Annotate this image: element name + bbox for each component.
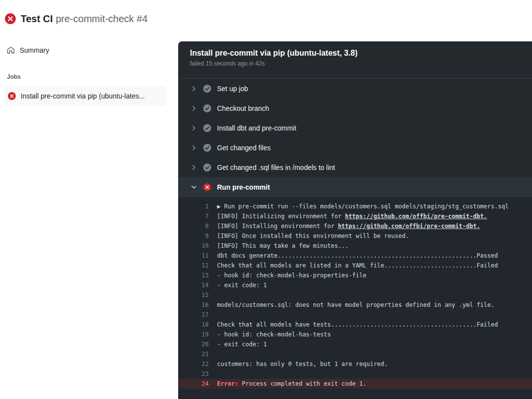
home-icon: [7, 46, 15, 54]
log-line-number[interactable]: 24: [178, 379, 209, 389]
step-row[interactable]: Install dbt and pre-commit: [178, 118, 532, 138]
chevron-right-icon: [190, 144, 198, 152]
log-line: 7[INFO] Initializing environment for htt…: [178, 211, 532, 221]
log-text-segment: - hook id: check-model-has-properties-fi…: [217, 272, 366, 279]
log-line-number[interactable]: 19: [178, 330, 209, 339]
log-line-number[interactable]: 10: [178, 241, 209, 251]
chevron-right-icon: [190, 85, 198, 93]
log-text-segment: [INFO] Once installed this environment w…: [217, 233, 409, 239]
jobs-section-heading: Jobs: [4, 73, 166, 80]
step-row[interactable]: Checkout branch: [178, 99, 532, 118]
sidebar-item-summary[interactable]: Summary: [4, 42, 166, 58]
log-line: 18Check that all models have tests......…: [178, 320, 532, 330]
step-label: Install dbt and pre-commit: [217, 124, 296, 132]
step-label: Set up job: [217, 85, 248, 93]
log-line-text: - hook id: check-model-has-tests: [217, 330, 331, 339]
chevron-right-icon: [190, 164, 198, 171]
step-row[interactable]: Get changed files: [178, 138, 532, 158]
log-line: 21: [178, 349, 532, 359]
check-circle-icon: [203, 164, 211, 171]
workflow-name: Test CI: [21, 13, 53, 24]
log-text-segment: - hook id: check-model-has-tests: [217, 331, 331, 338]
log-line-text: [INFO] Once installed this environment w…: [217, 231, 409, 241]
error-label: Error:: [217, 380, 238, 387]
log-text-segment: Check that all models are listed in a YA…: [217, 262, 498, 269]
log-line-number[interactable]: 9: [178, 231, 209, 241]
log-line: 19- hook id: check-model-has-tests: [178, 330, 532, 339]
log-line-text: customers: has only 0 tests, but 1 are r…: [217, 359, 388, 369]
job-item-label: Install pre-commit via pip (ubuntu-lates…: [21, 92, 145, 100]
log-line-number[interactable]: 15: [178, 290, 209, 300]
summary-label: Summary: [20, 46, 49, 54]
log-line: 13- hook id: check-model-has-properties-…: [178, 270, 532, 280]
log-line-text: Check that all models have tests........…: [217, 320, 498, 330]
step-row[interactable]: Get changed .sql files in /models to lin…: [178, 158, 532, 177]
step-label: Checkout branch: [217, 104, 269, 112]
log-line-text: models/customers.sql: does not have mode…: [217, 300, 495, 310]
log-line: 14- exit code: 1: [178, 280, 532, 290]
log-text-segment: [INFO] Initializing environment for: [217, 213, 345, 220]
log-link[interactable]: https://github.com/offbi/pre-commit-dbt.: [345, 213, 487, 220]
log-text-segment: [INFO] This may take a few minutes...: [217, 242, 348, 249]
log-line: 22customers: has only 0 tests, but 1 are…: [178, 359, 532, 369]
x-circle-icon: [8, 92, 16, 100]
check-circle-icon: [203, 124, 211, 132]
log-line-number[interactable]: 8: [178, 221, 209, 231]
log-line: 20- exit code: 1: [178, 339, 532, 349]
chevron-down-icon: [190, 183, 198, 191]
job-log-panel: Install pre-commit via pip (ubuntu-lates…: [178, 41, 532, 399]
log-line: 11dbt docs generate.....................…: [178, 251, 532, 261]
log-line: 10[INFO] This may take a few minutes...: [178, 241, 532, 251]
run-header: Test CIpre-commit-check #4: [0, 0, 532, 37]
log-line-number[interactable]: 16: [178, 300, 209, 310]
log-line-number[interactable]: 23: [178, 369, 209, 379]
chevron-right-icon: [190, 104, 198, 112]
log-line: 16models/customers.sql: does not have mo…: [178, 300, 532, 310]
check-circle-icon: [203, 85, 211, 93]
log-line-error: 24Error: Process completed with exit cod…: [178, 379, 532, 389]
log-line-text: [INFO] Installing environment for https:…: [217, 221, 480, 231]
log-line: 17: [178, 310, 532, 320]
step-row[interactable]: Run pre-commit: [178, 177, 532, 197]
log-text-segment: Check that all models have tests........…: [217, 321, 498, 328]
run-name-and-number: pre-commit-check #4: [56, 13, 148, 24]
log-text-segment: dbt docs generate.......................…: [217, 252, 498, 259]
run-sidebar: Summary Jobs Install pre-commit via pip …: [4, 42, 166, 106]
job-status-line: failed 15 seconds ago in 42s: [190, 60, 520, 67]
log-line-number[interactable]: 13: [178, 270, 209, 280]
log-text-segment: - exit code: 1: [217, 282, 267, 289]
check-circle-icon: [203, 144, 211, 152]
log-line-number[interactable]: 7: [178, 211, 209, 221]
log-line: 23: [178, 369, 532, 379]
log-link[interactable]: https://github.com/offbi/pre-commit-dbt.: [338, 223, 480, 230]
log-text-segment: models/customers.sql: does not have mode…: [217, 301, 495, 308]
x-circle-icon: [203, 183, 211, 191]
log-line-text: [INFO] Initializing environment for http…: [217, 211, 487, 221]
log-line-text: Check that all models are listed in a YA…: [217, 261, 498, 270]
log-text-segment: customers: has only 0 tests, but 1 are r…: [217, 361, 388, 367]
log-line-number[interactable]: 17: [178, 310, 209, 320]
log-line-text: [INFO] This may take a few minutes...: [217, 241, 348, 251]
log-line-number[interactable]: 1: [178, 201, 209, 211]
log-line-number[interactable]: 20: [178, 339, 209, 349]
log-line: 9[INFO] Once installed this environment …: [178, 231, 532, 241]
job-panel-header: Install pre-commit via pip (ubuntu-lates…: [178, 41, 532, 79]
log-text-segment: - exit code: 1: [217, 341, 267, 348]
log-line-text: ▶ Run pre-commit run --files models/cust…: [217, 201, 508, 211]
log-line-number[interactable]: 12: [178, 261, 209, 270]
log-text-segment: [INFO] Installing environment for: [217, 223, 338, 230]
log-line-text: - exit code: 1: [217, 280, 267, 290]
step-row[interactable]: Set up job: [178, 79, 532, 99]
check-circle-icon: [203, 104, 211, 112]
run-failed-status-icon: [5, 13, 16, 24]
log-line-number[interactable]: 21: [178, 349, 209, 359]
log-line-number[interactable]: 22: [178, 359, 209, 369]
log-line: 1▶ Run pre-commit run --files models/cus…: [178, 201, 532, 211]
sidebar-job-item[interactable]: Install pre-commit via pip (ubuntu-lates…: [4, 86, 166, 106]
log-line-number[interactable]: 11: [178, 251, 209, 261]
workflow-run-title: Test CIpre-commit-check #4: [21, 13, 148, 25]
log-line-number[interactable]: 14: [178, 280, 209, 290]
steps-list: Set up jobCheckout branchInstall dbt and…: [178, 79, 532, 197]
log-line-number[interactable]: 18: [178, 320, 209, 330]
log-line-text: Error: Process completed with exit code …: [217, 379, 366, 389]
